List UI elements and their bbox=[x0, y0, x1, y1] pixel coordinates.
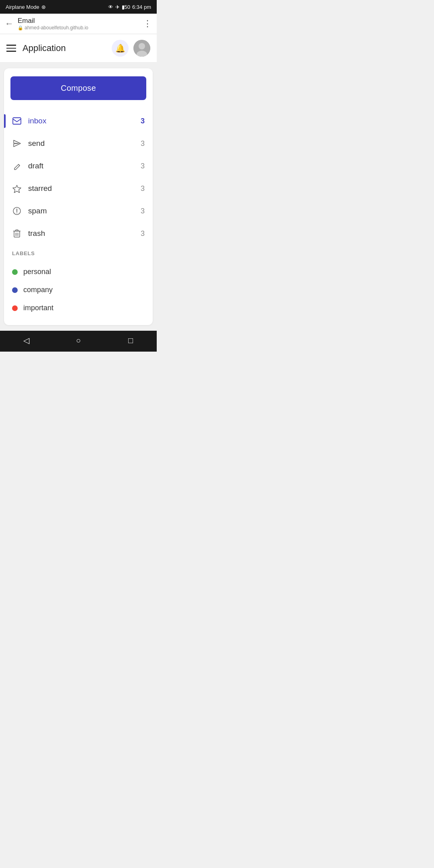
trash-icon bbox=[12, 229, 22, 238]
starred-count: 3 bbox=[141, 184, 145, 193]
airplane-mode-icon: ⊛ bbox=[41, 4, 46, 10]
svg-point-9 bbox=[16, 213, 17, 213]
important-dot bbox=[12, 305, 18, 311]
nav-home-button[interactable]: ○ bbox=[70, 334, 86, 346]
browser-domain: 🔒 ahmed-abouelfetouh.github.io bbox=[18, 25, 139, 31]
draft-count: 3 bbox=[141, 162, 145, 170]
label-item-company[interactable]: company bbox=[12, 281, 145, 299]
labels-heading: LABELS bbox=[12, 250, 145, 256]
send-label: send bbox=[28, 139, 134, 148]
main-content: Compose inbox 3 bbox=[0, 63, 157, 331]
bell-icon: 🔔 bbox=[115, 43, 125, 53]
company-label: company bbox=[23, 286, 53, 294]
eye-icon: 👁 bbox=[108, 4, 113, 10]
domain-text: ahmed-abouelfetouh.github.io bbox=[25, 25, 88, 31]
browser-bar: ← Email 🔒 ahmed-abouelfetouh.github.io ⋮ bbox=[0, 14, 157, 34]
hamburger-line-2 bbox=[6, 48, 16, 49]
user-avatar[interactable] bbox=[133, 40, 150, 57]
company-dot bbox=[12, 287, 18, 293]
url-info: Email 🔒 ahmed-abouelfetouh.github.io bbox=[18, 17, 139, 31]
inbox-label: inbox bbox=[28, 117, 134, 125]
notification-bell-button[interactable]: 🔔 bbox=[112, 40, 129, 57]
app-header: Application 🔔 bbox=[0, 34, 157, 63]
nav-recent-button[interactable]: □ bbox=[123, 334, 139, 346]
svg-rect-3 bbox=[13, 118, 21, 124]
header-icons: 🔔 bbox=[112, 40, 150, 57]
compose-button[interactable]: Compose bbox=[10, 76, 146, 100]
avatar-svg bbox=[133, 40, 150, 57]
nav-item-inbox[interactable]: inbox 3 bbox=[4, 110, 153, 132]
airplane-mode-text: Airplane Mode bbox=[6, 4, 39, 10]
nav-back-button[interactable]: ◁ bbox=[18, 334, 34, 346]
sidebar-card: Compose inbox 3 bbox=[4, 68, 153, 325]
label-item-important[interactable]: important bbox=[12, 299, 145, 317]
more-options-button[interactable]: ⋮ bbox=[143, 18, 152, 29]
battery-indicator: ▮50 bbox=[122, 4, 130, 10]
inbox-icon bbox=[12, 117, 22, 125]
hamburger-menu-button[interactable] bbox=[6, 45, 16, 52]
trash-count: 3 bbox=[141, 229, 145, 238]
nav-list: inbox 3 send 3 bbox=[4, 110, 153, 245]
nav-item-spam[interactable]: spam 3 bbox=[4, 200, 153, 222]
hamburger-line-3 bbox=[6, 51, 16, 52]
starred-label: starred bbox=[28, 184, 134, 193]
spam-count: 3 bbox=[141, 207, 145, 215]
airplane-icon: ✈ bbox=[115, 4, 120, 10]
personal-label: personal bbox=[23, 268, 51, 276]
avatar-image bbox=[133, 40, 150, 57]
app-title: Application bbox=[23, 43, 105, 53]
nav-item-trash[interactable]: trash 3 bbox=[4, 222, 153, 245]
lock-icon: 🔒 bbox=[18, 25, 23, 31]
bottom-nav-bar: ◁ ○ □ bbox=[0, 331, 157, 352]
spam-label: spam bbox=[28, 207, 134, 215]
star-icon bbox=[12, 184, 22, 193]
browser-title: Email bbox=[18, 17, 139, 25]
status-left: Airplane Mode ⊛ bbox=[6, 4, 46, 10]
send-count: 3 bbox=[141, 139, 145, 148]
nav-item-starred[interactable]: starred 3 bbox=[4, 177, 153, 200]
spam-icon bbox=[12, 207, 22, 215]
back-button[interactable]: ← bbox=[5, 19, 14, 28]
send-icon bbox=[12, 139, 22, 147]
svg-point-1 bbox=[139, 43, 145, 49]
hamburger-line-1 bbox=[6, 45, 16, 46]
trash-label: trash bbox=[28, 229, 134, 238]
nav-item-draft[interactable]: draft 3 bbox=[4, 155, 153, 177]
personal-dot bbox=[12, 269, 18, 275]
time-display: 6:34 pm bbox=[132, 4, 151, 10]
nav-item-send[interactable]: send 3 bbox=[4, 132, 153, 155]
label-item-personal[interactable]: personal bbox=[12, 263, 145, 281]
inbox-count: 3 bbox=[141, 117, 145, 125]
svg-marker-4 bbox=[14, 140, 20, 147]
labels-section: LABELS personal company important bbox=[4, 250, 153, 317]
draft-label: draft bbox=[28, 162, 134, 170]
draft-icon bbox=[12, 162, 22, 170]
status-bar: Airplane Mode ⊛ 👁 ✈ ▮50 6:34 pm bbox=[0, 0, 157, 14]
status-right: 👁 ✈ ▮50 6:34 pm bbox=[108, 4, 151, 10]
bell-icon-wrapper: 🔔 bbox=[112, 40, 129, 57]
important-label: important bbox=[23, 304, 53, 312]
svg-line-5 bbox=[18, 164, 20, 166]
svg-marker-6 bbox=[13, 185, 21, 193]
